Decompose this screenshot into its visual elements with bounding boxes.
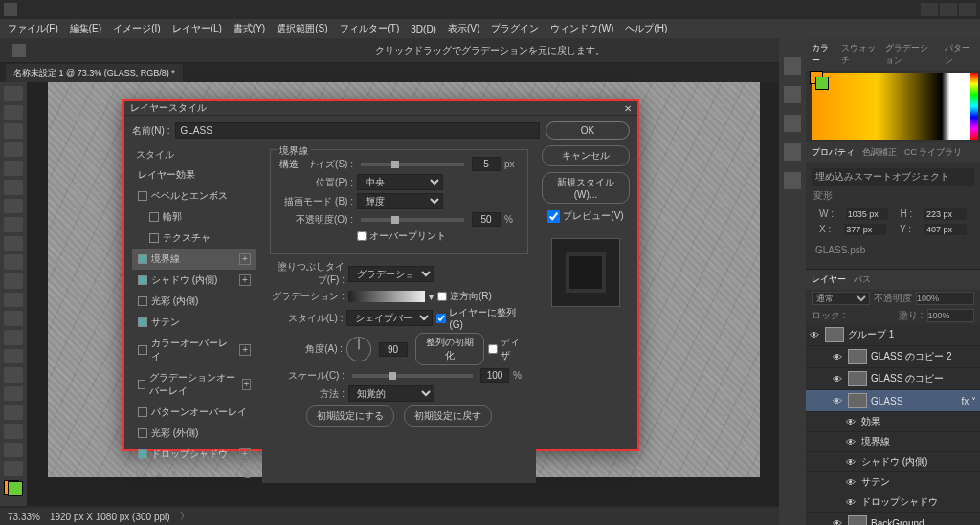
- style-checkbox[interactable]: [149, 212, 159, 222]
- layer-row[interactable]: 👁サテン: [806, 472, 980, 492]
- color-picker[interactable]: [812, 73, 974, 140]
- style-item[interactable]: 輪郭: [132, 207, 256, 228]
- tab-swatches[interactable]: スウォッチ: [841, 42, 878, 67]
- hand-tool-icon[interactable]: [4, 443, 23, 458]
- shape-tool-icon[interactable]: [4, 424, 23, 439]
- style-checkbox[interactable]: [138, 317, 147, 327]
- menu-edit[interactable]: 編集(E): [66, 20, 105, 37]
- eye-icon[interactable]: 👁: [846, 457, 858, 468]
- dodge-tool-icon[interactable]: [4, 349, 23, 364]
- eyedropper-tool-icon[interactable]: [4, 199, 23, 214]
- ok-button[interactable]: OK: [546, 121, 630, 140]
- layer-row[interactable]: 👁BackGround: [806, 513, 980, 525]
- layer-row[interactable]: 👁ドロップシャドウ: [806, 492, 980, 513]
- new-style-button[interactable]: 新規スタイル(W)...: [542, 172, 630, 204]
- style-checkbox[interactable]: [149, 233, 159, 243]
- fg-bg-swatch-icon[interactable]: [810, 71, 825, 86]
- move-tool-icon[interactable]: [4, 86, 23, 101]
- gradient-tool-icon[interactable]: [4, 311, 23, 326]
- menu-layer[interactable]: レイヤー(L): [168, 20, 226, 37]
- width-field[interactable]: [846, 208, 888, 220]
- make-default-button[interactable]: 初期設定にする: [306, 405, 394, 427]
- panel-icon[interactable]: [784, 115, 801, 132]
- eye-icon[interactable]: 👁: [833, 396, 844, 406]
- style-select[interactable]: シェイプバースト: [346, 310, 433, 326]
- eye-icon[interactable]: 👁: [833, 518, 844, 526]
- scale-field[interactable]: [480, 368, 509, 383]
- down-icon[interactable]: ▼: [169, 469, 179, 479]
- tab-properties[interactable]: プロパティ: [812, 146, 855, 159]
- style-item[interactable]: ドロップシャドウ+: [132, 444, 256, 465]
- style-item[interactable]: 光彩 (内側): [132, 291, 256, 312]
- size-field[interactable]: [472, 157, 501, 171]
- eye-icon[interactable]: 👁: [846, 437, 858, 448]
- menu-file[interactable]: ファイル(F): [4, 20, 62, 37]
- x-field[interactable]: [844, 224, 886, 235]
- method-select[interactable]: 知覚的: [348, 385, 434, 402]
- heal-tool-icon[interactable]: [4, 217, 23, 232]
- plus-icon[interactable]: +: [239, 253, 251, 265]
- blur-tool-icon[interactable]: [4, 330, 23, 345]
- layer-row[interactable]: 👁グループ 1: [806, 324, 980, 346]
- menu-image[interactable]: イメージ(I): [109, 20, 164, 37]
- align-checkbox[interactable]: [436, 314, 446, 323]
- chevron-right-icon[interactable]: 〉: [180, 510, 189, 523]
- tab-cclib[interactable]: CC ライブラリ: [904, 146, 963, 159]
- style-item[interactable]: パターンオーバーレイ: [132, 402, 256, 423]
- style-checkbox[interactable]: [138, 254, 147, 264]
- panel-icon[interactable]: [784, 143, 801, 161]
- angle-field[interactable]: [379, 342, 408, 357]
- trash-icon[interactable]: 🗑: [243, 469, 253, 479]
- marquee-tool-icon[interactable]: [4, 105, 23, 120]
- tab-patterns[interactable]: パターン: [945, 42, 974, 67]
- layer-row[interactable]: 👁GLASS のコピー 2: [806, 346, 980, 368]
- crop-tool-icon[interactable]: [4, 161, 23, 176]
- y-field[interactable]: [924, 224, 967, 235]
- minimize-button[interactable]: [921, 3, 938, 16]
- style-checkbox[interactable]: [138, 380, 145, 389]
- menu-select[interactable]: 選択範囲(S): [273, 20, 331, 37]
- blend-mode-select[interactable]: 通常: [812, 292, 870, 305]
- menu-type[interactable]: 書式(Y): [230, 20, 269, 37]
- linked-file[interactable]: GLASS.psb: [812, 237, 974, 263]
- tab-paths[interactable]: パス: [854, 273, 871, 286]
- frame-tool-icon[interactable]: [4, 180, 23, 195]
- angle-dial[interactable]: [346, 337, 370, 361]
- tab-layers[interactable]: レイヤー: [812, 273, 846, 286]
- home-icon[interactable]: [12, 44, 26, 57]
- plus-icon[interactable]: +: [239, 448, 251, 460]
- panel-icon[interactable]: [784, 57, 801, 75]
- tab-adjustments[interactable]: 色調補正: [862, 146, 897, 159]
- preview-checkbox[interactable]: [547, 210, 560, 223]
- tab-color[interactable]: カラー: [812, 42, 834, 67]
- style-checkbox[interactable]: [138, 275, 147, 285]
- menu-3d[interactable]: 3D(D): [407, 22, 440, 36]
- filltype-select[interactable]: グラデーション: [348, 266, 434, 282]
- name-field[interactable]: [175, 122, 540, 139]
- fill-field[interactable]: [927, 309, 974, 322]
- lasso-tool-icon[interactable]: [4, 123, 23, 139]
- panel-icon[interactable]: [784, 86, 801, 103]
- style-item[interactable]: 光彩 (外側): [132, 423, 256, 444]
- size-slider[interactable]: [361, 163, 464, 166]
- style-item[interactable]: 境界線+: [132, 249, 256, 270]
- height-field[interactable]: [924, 208, 967, 220]
- eye-icon[interactable]: 👁: [810, 330, 821, 340]
- pen-tool-icon[interactable]: [4, 367, 23, 383]
- blend-select[interactable]: 輝度: [357, 193, 443, 209]
- layer-row[interactable]: 👁シャドウ (内側): [806, 452, 980, 472]
- eye-icon[interactable]: 👁: [833, 374, 844, 384]
- zoom-tool-icon[interactable]: [4, 461, 23, 476]
- reset-default-button[interactable]: 初期設定に戻す: [404, 405, 492, 427]
- type-tool-icon[interactable]: [4, 386, 23, 402]
- style-checkbox[interactable]: [138, 191, 147, 201]
- style-item[interactable]: レイヤー効果: [132, 164, 256, 186]
- layer-row[interactable]: 👁GLASSfx ˅: [806, 390, 980, 412]
- style-item[interactable]: テクスチャ: [132, 228, 256, 249]
- eye-icon[interactable]: 👁: [846, 497, 858, 508]
- plus-icon[interactable]: +: [239, 344, 251, 356]
- cancel-button[interactable]: キャンセル: [542, 145, 630, 166]
- hue-slider[interactable]: [970, 73, 978, 140]
- position-select[interactable]: 中央: [357, 174, 443, 190]
- style-item[interactable]: ベベルとエンボス: [132, 186, 256, 207]
